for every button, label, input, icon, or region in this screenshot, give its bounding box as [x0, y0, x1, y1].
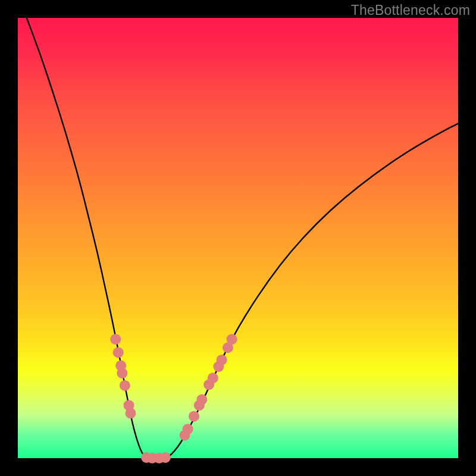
marker-dot	[227, 334, 237, 345]
marker-dot	[110, 334, 121, 345]
watermark-text: TheBottleneck.com	[351, 2, 470, 18]
marker-dot	[183, 424, 193, 434]
marker-dot	[120, 380, 130, 391]
marker-dot	[196, 394, 207, 405]
marker-dot	[160, 452, 171, 463]
bottleneck-curve	[27, 18, 458, 458]
plot-area	[18, 18, 458, 458]
marker-dot	[125, 408, 136, 419]
marker-dot	[117, 368, 127, 378]
chart-frame: TheBottleneck.com	[0, 0, 476, 476]
marker-dot	[113, 347, 124, 358]
marker-dot	[208, 372, 218, 383]
marker-dot	[189, 411, 199, 422]
marker-group	[110, 334, 237, 464]
marker-dot	[217, 355, 227, 365]
chart-svg	[18, 18, 458, 458]
